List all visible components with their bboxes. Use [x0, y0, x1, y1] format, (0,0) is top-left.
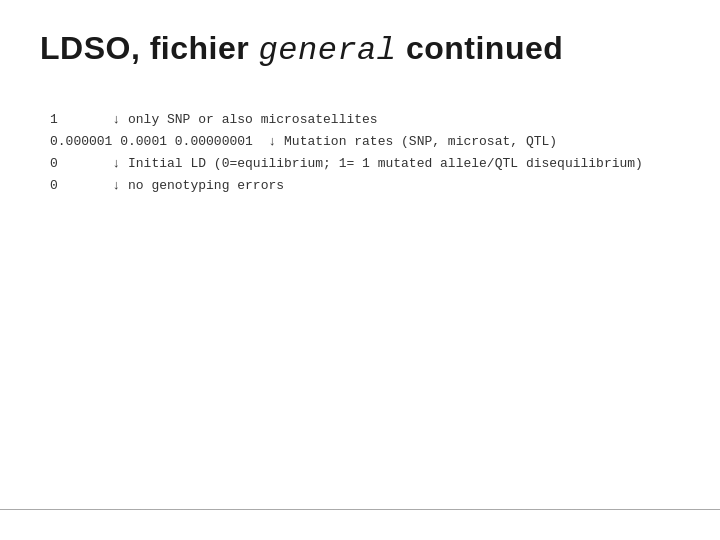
title-mono: general	[259, 32, 397, 69]
code-line-3: 0 ↓ Initial LD (0=equilibrium; 1= 1 muta…	[50, 153, 680, 175]
title-prefix: LDSO, fichier	[40, 30, 259, 66]
bottom-divider	[0, 509, 720, 510]
code-line-1: 1 ↓ only SNP or also microsatellites	[50, 109, 680, 131]
page: LDSO, fichier general continued 1 ↓ only…	[0, 0, 720, 540]
page-title: LDSO, fichier general continued	[40, 30, 680, 69]
code-line-2: 0.000001 0.0001 0.00000001 ↓ Mutation ra…	[50, 131, 680, 153]
code-block: 1 ↓ only SNP or also microsatellites 0.0…	[50, 109, 680, 197]
code-line-4: 0 ↓ no genotyping errors	[50, 175, 680, 197]
title-suffix: continued	[397, 30, 564, 66]
